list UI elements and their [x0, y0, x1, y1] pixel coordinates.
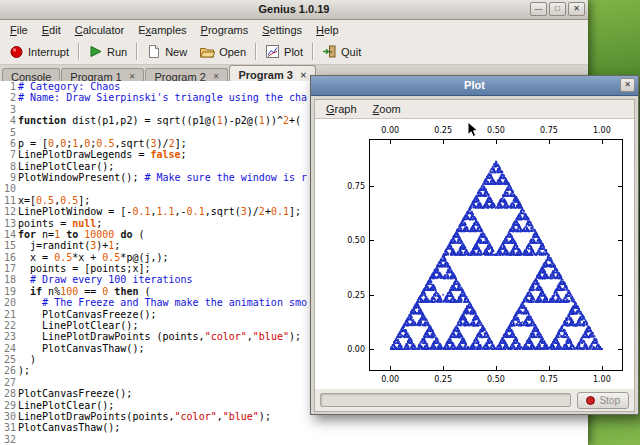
- window-controls: —□✕: [530, 2, 585, 16]
- toolbar: InterruptRunNewOpenPlotQuit: [0, 39, 588, 65]
- interrupt-button[interactable]: Interrupt: [3, 42, 75, 61]
- interrupt-label: Interrupt: [28, 46, 69, 58]
- plot-label: Plot: [284, 46, 303, 58]
- plot-area[interactable]: 0.000.000.250.250.500.500.750.751.001.00…: [315, 118, 634, 389]
- new-button[interactable]: New: [140, 42, 193, 61]
- code-text: points = [points;x];: [18, 263, 150, 274]
- line-number: 31: [0, 422, 16, 433]
- line-number: 19: [0, 286, 16, 297]
- menu-item-examples[interactable]: Examples: [131, 22, 193, 38]
- line-number: 10: [0, 183, 16, 194]
- interrupt-icon: [9, 44, 24, 59]
- line-number: 20: [0, 297, 16, 308]
- line-number: 3: [0, 104, 16, 115]
- code-text: PlotCanvasThaw();: [18, 343, 144, 354]
- stop-icon: [586, 396, 595, 405]
- line-number: 25: [0, 354, 16, 365]
- plot-menu-zoom[interactable]: Zoom: [365, 102, 409, 116]
- line-number: 24: [0, 343, 16, 354]
- y-tick-label: 0.00: [335, 345, 365, 354]
- code-text: # Name: Draw Sierpinski's triangle using…: [18, 92, 307, 103]
- code-text: # Category: Chaos: [18, 81, 120, 92]
- toolbar-separator: [312, 43, 313, 60]
- code-text: p = [0,0;1,0;0.5,sqrt(3)/2];: [18, 138, 187, 149]
- x-tick-label-bottom: 0.75: [537, 375, 561, 384]
- code-text: PlotCanvasFreeze();: [18, 309, 156, 320]
- y-tick-label: 0.75: [335, 182, 365, 191]
- maximize-button[interactable]: □: [549, 2, 566, 16]
- line-number: 16: [0, 252, 16, 263]
- code-text: ): [18, 354, 36, 365]
- line-number: 27: [0, 377, 16, 388]
- code-text: LinePlotDrawPoints (points,"color","blue…: [18, 331, 301, 342]
- minimize-button[interactable]: —: [530, 2, 547, 16]
- plot-statusbar: Stop: [315, 389, 634, 411]
- code-text: LinePlotDrawLegends = false;: [18, 149, 187, 160]
- tab-label: Program 3: [238, 69, 292, 81]
- line-number: 7: [0, 149, 16, 160]
- code-text: # Draw every 100 iterations: [18, 274, 193, 285]
- open-icon: [199, 44, 215, 59]
- plot-titlebar[interactable]: Plot ✕: [311, 76, 638, 96]
- new-icon: [146, 44, 161, 59]
- x-tick-label-bottom: 0.00: [378, 375, 402, 384]
- close-tab-icon[interactable]: ✕: [300, 71, 307, 80]
- code-text: LinePlotClear();: [18, 320, 138, 331]
- x-tick-label-bottom: 1.00: [590, 375, 614, 384]
- quit-label: Quit: [341, 46, 361, 58]
- plot-menu-graph[interactable]: Graph: [318, 102, 365, 116]
- code-text: x = 0.5*x + 0.5*p@(j,);: [18, 252, 169, 263]
- plot-menubar: GraphZoom: [315, 100, 634, 118]
- quit-button[interactable]: Quit: [316, 42, 367, 61]
- run-button[interactable]: Run: [82, 42, 133, 61]
- line-number: 28: [0, 388, 16, 399]
- line-number: 30: [0, 411, 16, 422]
- menu-item-settings[interactable]: Settings: [255, 22, 309, 38]
- menu-item-programs[interactable]: Programs: [194, 22, 256, 38]
- plot-close-button[interactable]: ✕: [620, 78, 635, 92]
- desktop: { "window": { "title": "Genius 1.0.19", …: [0, 0, 640, 445]
- line-number: 5: [0, 127, 16, 138]
- close-button[interactable]: ✕: [568, 2, 585, 16]
- line-number: 21: [0, 309, 16, 320]
- toolbar-separator: [136, 43, 137, 60]
- code-text: LinePlotWindow = [-0.1,1.1,-0.1,sqrt(3)/…: [18, 206, 301, 217]
- line-number: 4: [0, 115, 16, 126]
- code-text: PlotCanvasFreeze();: [18, 388, 132, 399]
- close-tab-icon[interactable]: ✕: [129, 72, 136, 81]
- plot-window: Plot ✕ GraphZoom 0.000.000.250.250.500.5…: [310, 75, 639, 415]
- menu-item-help[interactable]: Help: [309, 22, 346, 38]
- menu-item-edit[interactable]: Edit: [35, 22, 68, 38]
- code-text: if n%100 == 0 then (: [18, 286, 151, 297]
- stop-button[interactable]: Stop: [577, 392, 629, 409]
- code-text: points = null;: [18, 218, 102, 229]
- stop-label: Stop: [599, 395, 620, 406]
- line-number: 6: [0, 138, 16, 149]
- code-text: # The Freeze and Thaw make the animation…: [18, 297, 307, 308]
- menu-item-file[interactable]: File: [3, 22, 35, 38]
- plot-window-title: Plot: [311, 76, 638, 95]
- menubar: FileEditCalculatorExamplesProgramsSettin…: [0, 20, 588, 39]
- line-number: 15: [0, 240, 16, 251]
- run-label: Run: [107, 46, 127, 58]
- line-number: 1: [0, 81, 16, 92]
- toolbar-separator: [255, 43, 256, 60]
- code-text: LinePlotDrawPoints(points,"color","blue"…: [18, 411, 271, 422]
- line-number: 12: [0, 206, 16, 217]
- open-button[interactable]: Open: [193, 42, 252, 61]
- y-tick-label: 0.25: [335, 291, 365, 300]
- code-text: PlotCanvasThaw();: [18, 422, 120, 433]
- x-tick-label-top: 1.00: [590, 126, 614, 135]
- line-number: 22: [0, 320, 16, 331]
- code-text: function dist(p1,p2) = sqrt((p1@(1)-p2@(…: [18, 115, 301, 126]
- line-number: 32: [0, 434, 16, 445]
- code-text: j=randint(3)+1;: [18, 240, 120, 251]
- close-tab-icon[interactable]: ✕: [213, 72, 220, 81]
- menu-item-calculator[interactable]: Calculator: [68, 22, 132, 38]
- plot-canvas[interactable]: [369, 139, 623, 371]
- code-text: LinePlotClear();: [18, 161, 114, 172]
- titlebar[interactable]: Genius 1.0.19 —□✕: [0, 0, 588, 20]
- new-label: New: [165, 46, 187, 58]
- plot-button[interactable]: Plot: [259, 42, 309, 61]
- x-tick-label-bottom: 0.25: [431, 375, 455, 384]
